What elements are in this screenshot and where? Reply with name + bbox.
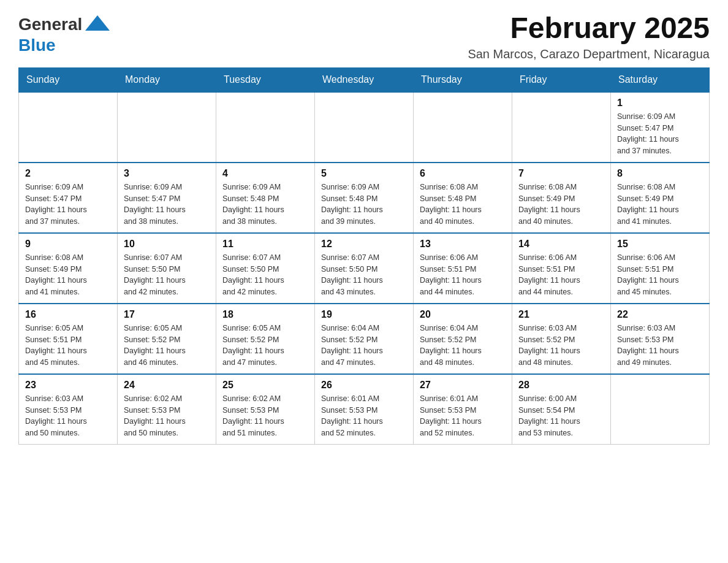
day-number: 9 bbox=[25, 239, 111, 250]
day-header-monday: Monday bbox=[118, 67, 216, 92]
calendar-day: 9Sunrise: 6:08 AMSunset: 5:49 PMDaylight… bbox=[19, 233, 118, 304]
day-number: 1 bbox=[617, 98, 703, 109]
calendar-day: 28Sunrise: 6:00 AMSunset: 5:54 PMDayligh… bbox=[512, 374, 611, 445]
day-info: Sunrise: 6:05 AMSunset: 5:52 PMDaylight:… bbox=[222, 323, 308, 369]
day-info: Sunrise: 6:06 AMSunset: 5:51 PMDaylight:… bbox=[518, 252, 604, 298]
day-info: Sunrise: 6:02 AMSunset: 5:53 PMDaylight:… bbox=[222, 393, 308, 439]
day-number: 27 bbox=[420, 380, 506, 391]
calendar-day: 11Sunrise: 6:07 AMSunset: 5:50 PMDayligh… bbox=[216, 233, 315, 304]
day-number: 22 bbox=[617, 309, 703, 320]
calendar-day: 15Sunrise: 6:06 AMSunset: 5:51 PMDayligh… bbox=[611, 233, 710, 304]
calendar-day bbox=[611, 374, 710, 445]
day-info: Sunrise: 6:09 AMSunset: 5:47 PMDaylight:… bbox=[124, 182, 210, 228]
day-number: 14 bbox=[518, 239, 604, 250]
calendar-day: 25Sunrise: 6:02 AMSunset: 5:53 PMDayligh… bbox=[216, 374, 315, 445]
day-header-thursday: Thursday bbox=[414, 67, 512, 92]
day-header-saturday: Saturday bbox=[611, 67, 710, 92]
day-info: Sunrise: 6:04 AMSunset: 5:52 PMDaylight:… bbox=[321, 323, 407, 369]
calendar-day: 27Sunrise: 6:01 AMSunset: 5:53 PMDayligh… bbox=[414, 374, 512, 445]
calendar-day bbox=[414, 92, 512, 163]
calendar-day: 22Sunrise: 6:03 AMSunset: 5:53 PMDayligh… bbox=[611, 304, 710, 374]
day-header-tuesday: Tuesday bbox=[216, 67, 315, 92]
day-number: 15 bbox=[617, 239, 703, 250]
day-header-sunday: Sunday bbox=[19, 67, 118, 92]
calendar-day: 18Sunrise: 6:05 AMSunset: 5:52 PMDayligh… bbox=[216, 304, 315, 374]
day-number: 7 bbox=[518, 168, 604, 179]
calendar-day: 8Sunrise: 6:08 AMSunset: 5:49 PMDaylight… bbox=[611, 163, 710, 233]
day-header-friday: Friday bbox=[512, 67, 611, 92]
day-info: Sunrise: 6:03 AMSunset: 5:52 PMDaylight:… bbox=[518, 323, 604, 369]
day-number: 19 bbox=[321, 309, 407, 320]
calendar-day: 21Sunrise: 6:03 AMSunset: 5:52 PMDayligh… bbox=[512, 304, 611, 374]
day-info: Sunrise: 6:09 AMSunset: 5:47 PMDaylight:… bbox=[617, 111, 703, 157]
logo-icon bbox=[82, 12, 113, 37]
svg-marker-0 bbox=[85, 15, 110, 31]
calendar-day: 23Sunrise: 6:03 AMSunset: 5:53 PMDayligh… bbox=[19, 374, 118, 445]
day-info: Sunrise: 6:07 AMSunset: 5:50 PMDaylight:… bbox=[222, 252, 308, 298]
day-info: Sunrise: 6:04 AMSunset: 5:52 PMDaylight:… bbox=[420, 323, 506, 369]
day-info: Sunrise: 6:06 AMSunset: 5:51 PMDaylight:… bbox=[420, 252, 506, 298]
day-number: 5 bbox=[321, 168, 407, 179]
day-number: 3 bbox=[124, 168, 210, 179]
calendar-week-2: 2Sunrise: 6:09 AMSunset: 5:47 PMDaylight… bbox=[19, 163, 710, 233]
day-number: 11 bbox=[222, 239, 308, 250]
calendar-subtitle: San Marcos, Carazo Department, Nicaragua bbox=[468, 47, 710, 61]
logo-general-text: General bbox=[18, 16, 82, 33]
day-info: Sunrise: 6:07 AMSunset: 5:50 PMDaylight:… bbox=[124, 252, 210, 298]
day-number: 18 bbox=[222, 309, 308, 320]
day-info: Sunrise: 6:01 AMSunset: 5:53 PMDaylight:… bbox=[420, 393, 506, 439]
day-number: 23 bbox=[25, 380, 111, 391]
day-header-wednesday: Wednesday bbox=[315, 67, 414, 92]
calendar-week-4: 16Sunrise: 6:05 AMSunset: 5:51 PMDayligh… bbox=[19, 304, 710, 374]
day-number: 13 bbox=[420, 239, 506, 250]
calendar-day: 2Sunrise: 6:09 AMSunset: 5:47 PMDaylight… bbox=[19, 163, 118, 233]
day-info: Sunrise: 6:06 AMSunset: 5:51 PMDaylight:… bbox=[617, 252, 703, 298]
title-area: February 2025 San Marcos, Carazo Departm… bbox=[468, 12, 710, 61]
day-number: 4 bbox=[222, 168, 308, 179]
day-info: Sunrise: 6:03 AMSunset: 5:53 PMDaylight:… bbox=[25, 393, 111, 439]
calendar-day bbox=[19, 92, 118, 163]
day-number: 17 bbox=[124, 309, 210, 320]
calendar-day: 26Sunrise: 6:01 AMSunset: 5:53 PMDayligh… bbox=[315, 374, 414, 445]
calendar-day: 16Sunrise: 6:05 AMSunset: 5:51 PMDayligh… bbox=[19, 304, 118, 374]
day-number: 28 bbox=[518, 380, 604, 391]
logo-blue-text: Blue bbox=[18, 37, 56, 54]
calendar-day bbox=[315, 92, 414, 163]
day-info: Sunrise: 6:09 AMSunset: 5:47 PMDaylight:… bbox=[25, 182, 111, 228]
day-number: 12 bbox=[321, 239, 407, 250]
calendar-day: 1Sunrise: 6:09 AMSunset: 5:47 PMDaylight… bbox=[611, 92, 710, 163]
calendar-day: 17Sunrise: 6:05 AMSunset: 5:52 PMDayligh… bbox=[118, 304, 216, 374]
calendar-day: 19Sunrise: 6:04 AMSunset: 5:52 PMDayligh… bbox=[315, 304, 414, 374]
calendar-day: 14Sunrise: 6:06 AMSunset: 5:51 PMDayligh… bbox=[512, 233, 611, 304]
day-info: Sunrise: 6:09 AMSunset: 5:48 PMDaylight:… bbox=[222, 182, 308, 228]
day-info: Sunrise: 6:08 AMSunset: 5:49 PMDaylight:… bbox=[518, 182, 604, 228]
day-number: 24 bbox=[124, 380, 210, 391]
day-info: Sunrise: 6:02 AMSunset: 5:53 PMDaylight:… bbox=[124, 393, 210, 439]
calendar-table: SundayMondayTuesdayWednesdayThursdayFrid… bbox=[18, 67, 710, 445]
day-number: 8 bbox=[617, 168, 703, 179]
day-info: Sunrise: 6:05 AMSunset: 5:51 PMDaylight:… bbox=[25, 323, 111, 369]
calendar-day: 6Sunrise: 6:08 AMSunset: 5:48 PMDaylight… bbox=[414, 163, 512, 233]
calendar-day: 10Sunrise: 6:07 AMSunset: 5:50 PMDayligh… bbox=[118, 233, 216, 304]
calendar-week-3: 9Sunrise: 6:08 AMSunset: 5:49 PMDaylight… bbox=[19, 233, 710, 304]
calendar-day: 4Sunrise: 6:09 AMSunset: 5:48 PMDaylight… bbox=[216, 163, 315, 233]
day-info: Sunrise: 6:00 AMSunset: 5:54 PMDaylight:… bbox=[518, 393, 604, 439]
header: General Blue February 2025 San Marcos, C… bbox=[18, 12, 710, 61]
day-number: 20 bbox=[420, 309, 506, 320]
day-info: Sunrise: 6:03 AMSunset: 5:53 PMDaylight:… bbox=[617, 323, 703, 369]
calendar-day: 12Sunrise: 6:07 AMSunset: 5:50 PMDayligh… bbox=[315, 233, 414, 304]
day-number: 21 bbox=[518, 309, 604, 320]
day-number: 6 bbox=[420, 168, 506, 179]
day-info: Sunrise: 6:01 AMSunset: 5:53 PMDaylight:… bbox=[321, 393, 407, 439]
logo: General Blue bbox=[18, 12, 113, 54]
calendar-day: 20Sunrise: 6:04 AMSunset: 5:52 PMDayligh… bbox=[414, 304, 512, 374]
day-info: Sunrise: 6:08 AMSunset: 5:49 PMDaylight:… bbox=[617, 182, 703, 228]
calendar-day: 13Sunrise: 6:06 AMSunset: 5:51 PMDayligh… bbox=[414, 233, 512, 304]
day-number: 26 bbox=[321, 380, 407, 391]
calendar-week-5: 23Sunrise: 6:03 AMSunset: 5:53 PMDayligh… bbox=[19, 374, 710, 445]
day-number: 16 bbox=[25, 309, 111, 320]
calendar-day: 5Sunrise: 6:09 AMSunset: 5:48 PMDaylight… bbox=[315, 163, 414, 233]
calendar-title: February 2025 bbox=[468, 12, 710, 45]
calendar-day bbox=[216, 92, 315, 163]
calendar-day: 7Sunrise: 6:08 AMSunset: 5:49 PMDaylight… bbox=[512, 163, 611, 233]
